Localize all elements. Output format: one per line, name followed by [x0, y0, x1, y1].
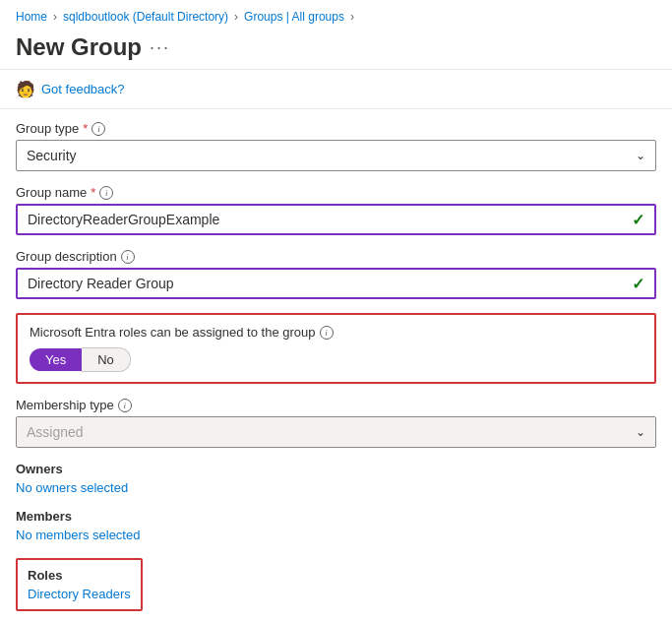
feedback-label: Got feedback? [41, 82, 125, 96]
no-members-link[interactable]: No members selected [16, 528, 656, 542]
members-section: Members No members selected [16, 509, 656, 542]
roles-section: Roles Directory Readers [16, 556, 656, 611]
toggle-no-button[interactable]: No [82, 347, 131, 372]
group-description-label: Group description i [16, 249, 656, 264]
roles-title: Roles [28, 568, 131, 583]
roles-link[interactable]: Directory Readers [28, 587, 131, 601]
membership-type-field: Membership type i Assigned ⌄ [16, 398, 656, 448]
group-description-check-icon: ✓ [632, 275, 644, 293]
group-type-label: Group type * i [16, 121, 656, 136]
owners-label: Owners [16, 462, 656, 476]
group-name-label: Group name * i [16, 185, 656, 200]
entra-roles-info-icon[interactable]: i [320, 326, 334, 340]
form-container: Group type * i Security ⌄ Group name * i… [0, 109, 672, 623]
membership-type-dropdown: Assigned ⌄ [16, 416, 656, 448]
more-options-icon[interactable]: ··· [150, 37, 170, 58]
group-type-info-icon[interactable]: i [92, 122, 105, 136]
breadcrumb-home[interactable]: Home [16, 10, 47, 24]
entra-toggle: Yes No [30, 347, 642, 372]
toggle-yes-button[interactable]: Yes [30, 348, 82, 371]
members-label: Members [16, 509, 656, 524]
entra-roles-label: Microsoft Entra roles can be assigned to… [30, 325, 642, 340]
group-description-info-icon[interactable]: i [121, 250, 135, 264]
owners-section: Owners No owners selected [16, 462, 656, 495]
required-star-name: * [91, 185, 95, 200]
feedback-icon: 🧑 [16, 80, 35, 98]
required-star: * [83, 121, 88, 136]
entra-roles-box: Microsoft Entra roles can be assigned to… [16, 313, 656, 384]
group-type-chevron-icon: ⌄ [636, 149, 645, 162]
roles-box: Roles Directory Readers [16, 558, 143, 611]
group-description-input[interactable]: Directory Reader Group ✓ [16, 268, 656, 299]
group-description-field: Group description i Directory Reader Gro… [16, 249, 656, 299]
group-name-field: Group name * i DirectoryReaderGroupExamp… [16, 185, 656, 235]
group-type-value: Security [27, 148, 77, 163]
membership-type-label: Membership type i [16, 398, 656, 412]
page-title: New Group [16, 33, 142, 61]
page-header: New Group ··· [0, 30, 672, 69]
breadcrumb: Home › sqldboutlook (Default Directory) … [0, 0, 672, 30]
group-name-info-icon[interactable]: i [99, 186, 113, 200]
group-description-value: Directory Reader Group [28, 276, 174, 291]
no-owners-link[interactable]: No owners selected [16, 480, 656, 495]
breadcrumb-groups[interactable]: Groups | All groups [244, 10, 344, 24]
group-type-dropdown[interactable]: Security ⌄ [16, 140, 656, 171]
feedback-row[interactable]: 🧑 Got feedback? [0, 70, 672, 108]
group-name-check-icon: ✓ [632, 211, 644, 229]
group-name-value: DirectoryReaderGroupExample [28, 212, 219, 227]
group-type-field: Group type * i Security ⌄ [16, 121, 656, 171]
breadcrumb-directory[interactable]: sqldboutlook (Default Directory) [63, 10, 228, 24]
membership-type-info-icon[interactable]: i [118, 399, 132, 412]
group-name-input[interactable]: DirectoryReaderGroupExample ✓ [16, 204, 656, 235]
membership-type-value: Assigned [27, 424, 84, 440]
membership-type-chevron-icon: ⌄ [636, 425, 645, 439]
